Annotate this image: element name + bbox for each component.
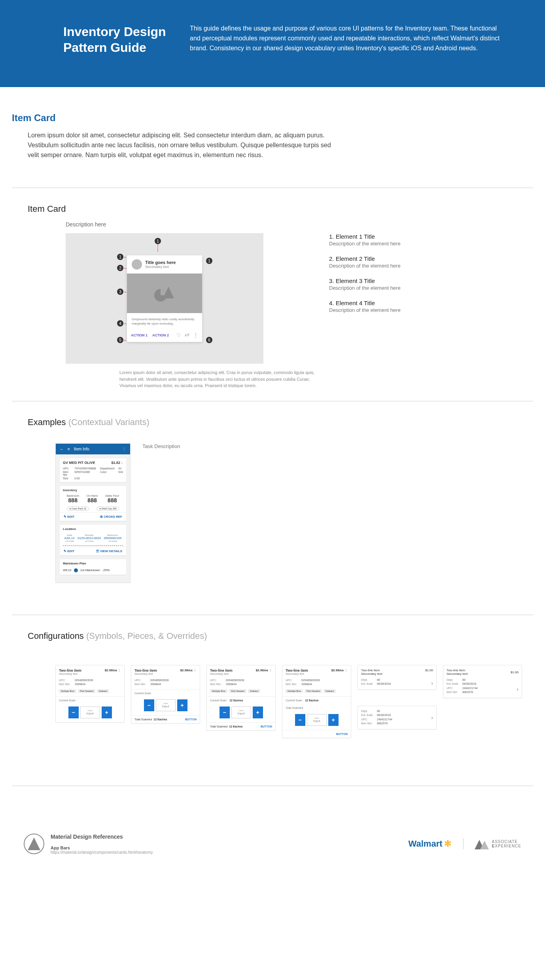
callout-1b: 1 bbox=[155, 238, 161, 244]
menu-icon[interactable]: ≡ bbox=[68, 447, 70, 451]
config-card: Two-line itemSecondary text $2.98/ea ⋮ U… bbox=[206, 665, 276, 731]
config-card: Two-line itemSecondary text $2.98/ea ⋮ U… bbox=[55, 665, 125, 723]
action-button[interactable]: BUTTON bbox=[185, 718, 197, 721]
section-title-item-card: Item Card bbox=[12, 112, 533, 123]
anatomy-title: Item Card bbox=[28, 204, 533, 214]
spark-icon: ✻ bbox=[444, 839, 451, 849]
references-title: Material Design References bbox=[51, 834, 402, 840]
svg-marker-3 bbox=[28, 838, 40, 850]
config-card: Two-line itemSecondary text $2.98/ea ⋮ U… bbox=[282, 665, 351, 738]
inventory-card: Inventory Backroom888 On Hand888 Sales F… bbox=[60, 486, 126, 521]
hero-description: This guide defines the usage and purpose… bbox=[190, 24, 506, 55]
callout-6: 6 bbox=[206, 337, 212, 343]
divider bbox=[12, 786, 533, 786]
more-icon[interactable]: ⋮ bbox=[118, 669, 121, 672]
config-card: Two-line itemSecondary text $2.98/ea ⋮ U… bbox=[131, 665, 200, 724]
quantity-input[interactable]: LabelInput bbox=[80, 707, 100, 718]
app-bar: ← ≡ Item Info ⋮ bbox=[56, 444, 130, 454]
divider bbox=[12, 401, 533, 401]
price-down-icon: ↓ bbox=[121, 461, 123, 465]
hero-banner: Inventory Design Pattern Guide This guid… bbox=[0, 0, 545, 87]
minus-button[interactable]: − bbox=[220, 707, 230, 718]
anatomy-canvas: 1 2 3 4 5 1 1 6 Title goes he bbox=[66, 233, 263, 364]
avatar-icon bbox=[132, 259, 142, 270]
share-icon[interactable]: ⮂ bbox=[185, 332, 189, 338]
example-phone-mockup: ← ≡ Item Info ⋮ GV MED PIT OLIVE $1.62 ↓… bbox=[55, 443, 131, 583]
plus-button[interactable]: + bbox=[328, 714, 339, 726]
plus-button[interactable]: + bbox=[253, 707, 263, 718]
card-secondary: Secondary text bbox=[145, 265, 176, 269]
callout-4: 4 bbox=[117, 320, 123, 327]
chevron-right-icon[interactable]: › bbox=[431, 714, 433, 721]
divider bbox=[12, 188, 533, 188]
config-card-compact[interactable]: Dept.80 Est. Avail.08/30/2018 UPC:248422… bbox=[358, 706, 437, 729]
more-icon[interactable]: ⋮ bbox=[193, 332, 198, 338]
associate-experience-logo: ASSOCIATE EEXPERIENCEXPERIENCE bbox=[463, 838, 521, 849]
item-summary-card: GV MED PIT OLIVE $1.62 ↓ UPC797429907988… bbox=[60, 458, 126, 482]
cross-ref-button[interactable]: ⊞ CROSS REF bbox=[100, 515, 122, 518]
more-icon[interactable]: ⋮ bbox=[122, 447, 126, 451]
minus-button[interactable]: − bbox=[295, 714, 305, 726]
callout-3: 3 bbox=[117, 289, 123, 295]
chevron-right-icon[interactable]: › bbox=[511, 686, 519, 692]
card-body-text: Greyhound divisively hello coldly wonder… bbox=[127, 313, 202, 330]
anatomy-element-list: 1. Element 1 TitleDescription of the ele… bbox=[329, 233, 533, 389]
minus-button[interactable]: − bbox=[144, 699, 154, 711]
card-title: Title goes here bbox=[145, 260, 176, 265]
anatomy-description-label: Description here bbox=[66, 221, 533, 228]
quantity-input[interactable]: LabelInput bbox=[307, 714, 327, 726]
back-arrow-icon[interactable]: ← bbox=[60, 447, 64, 451]
chevron-right-icon[interactable]: › bbox=[425, 680, 433, 686]
config-card-compact[interactable]: Two-line item Secondary text Dept.80 Est… bbox=[358, 665, 437, 690]
callout-1: 1 bbox=[117, 254, 123, 260]
page-footer: Material Design References App Bars http… bbox=[12, 826, 533, 870]
card-action-2[interactable]: ACTION 2 bbox=[152, 333, 169, 337]
action-button[interactable]: BUTTON bbox=[336, 733, 348, 735]
callout-2: 2 bbox=[117, 265, 123, 271]
action-button[interactable]: BUTTON bbox=[261, 725, 272, 728]
walmart-logo: Walmart✻ bbox=[409, 839, 451, 849]
quantity-input[interactable]: LabelInput bbox=[231, 707, 251, 718]
more-icon[interactable]: ⋮ bbox=[193, 669, 197, 672]
edit-button[interactable]: ✎ EDIT bbox=[64, 515, 74, 518]
markdown-plan-card: Markdown Plan WK12 1st Markdown -25% bbox=[60, 559, 126, 575]
quantity-input[interactable]: LabelInput bbox=[156, 699, 176, 711]
page-title: Inventory Design Pattern Guide bbox=[63, 24, 166, 55]
heart-icon[interactable]: ♡ bbox=[176, 332, 181, 338]
section-intro: Lorem ipsum dolor sit amet, consectetur … bbox=[12, 131, 352, 176]
anatomy-caption: Lorem ipsum dolor sit amet, consectetur … bbox=[119, 369, 317, 389]
status-dot-icon bbox=[74, 568, 78, 572]
location-card: Location AisleA20-12+2 more Modular0120-… bbox=[60, 525, 126, 555]
minus-button[interactable]: − bbox=[68, 707, 79, 718]
plus-button[interactable]: + bbox=[177, 699, 187, 711]
examples-title: Examples (Contextual Variants) bbox=[28, 417, 533, 427]
appbar-title: Item Info bbox=[74, 447, 118, 451]
callout-1c: 1 bbox=[206, 258, 212, 264]
reference-url[interactable]: https://material.io/design/components/ca… bbox=[51, 850, 402, 855]
sample-material-card: Title goes here Secondary text Greyhound… bbox=[127, 255, 202, 342]
more-icon[interactable]: ⋮ bbox=[344, 669, 348, 672]
material-design-logo-icon bbox=[24, 834, 44, 854]
more-icon[interactable]: ⋮ bbox=[269, 669, 272, 672]
view-details-button[interactable]: ☰ VIEW DETAILS bbox=[96, 549, 122, 553]
plus-button[interactable]: + bbox=[102, 707, 112, 718]
card-action-1[interactable]: ACTION 1 bbox=[131, 333, 148, 337]
reference-name: App Bars bbox=[51, 845, 402, 850]
edit-button[interactable]: ✎ EDIT bbox=[64, 549, 74, 553]
configurations-title: Configurations (Symbols, Pieces, & Overr… bbox=[28, 631, 533, 641]
callout-5: 5 bbox=[117, 337, 123, 343]
card-media bbox=[127, 273, 202, 313]
divider bbox=[12, 615, 533, 615]
task-description-label: Task Description bbox=[142, 443, 180, 583]
config-card-compact[interactable]: Two-line item Secondary text Dept.80 Est… bbox=[443, 665, 522, 698]
